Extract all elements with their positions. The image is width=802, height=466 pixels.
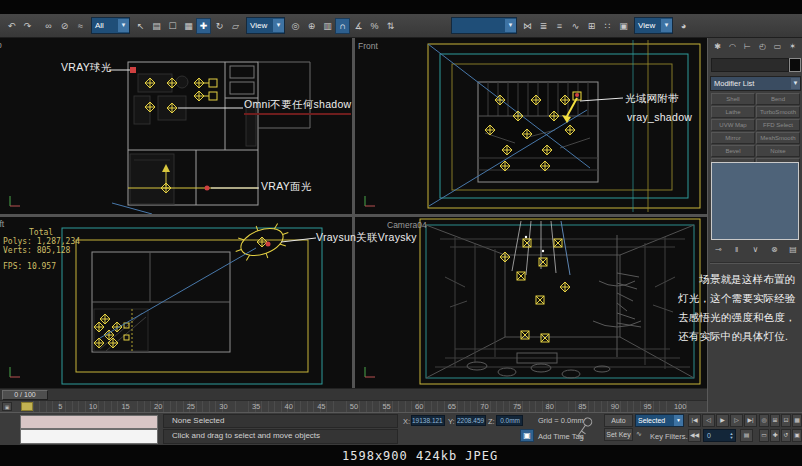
zoom-all-icon[interactable]: ⊞ [770, 414, 780, 427]
region-zoom-icon[interactable]: ▭ [759, 429, 769, 442]
selection-set-dropdown[interactable]: Selected ▼ [635, 414, 684, 427]
reference-coordinate-dropdown[interactable]: View ▼ [246, 17, 285, 34]
pan-icon[interactable]: ✚ [770, 429, 780, 442]
select-and-rotate-icon[interactable]: ↻ [212, 18, 227, 34]
arc-rotate-icon[interactable]: ↺ [781, 429, 791, 442]
modifier-button[interactable]: Noise [756, 145, 800, 157]
make-unique-icon[interactable]: ∨ [749, 243, 763, 256]
use-pivot-point-icon[interactable]: ◎ [288, 18, 303, 34]
modifier-button[interactable]: Bevel [711, 145, 755, 157]
z-coordinate-field[interactable]: 0.0mm [496, 415, 523, 426]
chevron-down-icon[interactable]: ▼ [791, 78, 800, 89]
frame-spinner[interactable]: ▲▼ [728, 432, 735, 440]
window-crossing-icon[interactable]: ▦ [181, 18, 196, 34]
tab-utilities-icon[interactable]: ✶ [786, 40, 799, 53]
tab-display-icon[interactable]: ▭ [771, 40, 784, 53]
modifier-stack-list[interactable] [711, 162, 799, 240]
layer-manager-icon[interactable]: ≡ [552, 18, 567, 34]
previous-frame-icon[interactable]: ◁ [702, 414, 715, 427]
y-coordinate-field[interactable]: 2208.459 [456, 415, 486, 426]
modifier-button[interactable]: FFD Select [756, 119, 800, 131]
chevron-down-icon[interactable]: ▼ [661, 19, 672, 32]
selection-lock-toggle[interactable]: ▣ [520, 429, 534, 442]
viewport-front-label[interactable]: Front [358, 41, 378, 51]
render-setup-icon[interactable]: ▣ [616, 18, 631, 34]
remove-modifier-icon[interactable]: ⊗ [767, 243, 781, 256]
angle-snap-icon[interactable]: ∡ [351, 18, 366, 34]
object-name-field[interactable] [711, 58, 789, 72]
chevron-down-icon[interactable]: ▼ [674, 415, 683, 426]
go-to-end-icon[interactable]: ▶| [744, 414, 757, 427]
zoom-extents-icon[interactable]: ⊡ [781, 414, 791, 427]
zoom-extents-all-icon[interactable]: ▦ [792, 414, 802, 427]
tab-hierarchy-icon[interactable]: ⊢ [741, 40, 754, 53]
chevron-down-icon[interactable]: ▼ [505, 19, 516, 32]
select-and-manipulate-icon[interactable]: ⊕ [304, 18, 319, 34]
chevron-down-icon[interactable]: ▼ [273, 19, 284, 32]
tab-motion-icon[interactable]: ◴ [756, 40, 769, 53]
go-to-start-icon[interactable]: |◀ [688, 414, 701, 427]
show-end-result-icon[interactable]: ‖ [730, 243, 744, 256]
time-slider[interactable]: 0 / 100 [0, 388, 707, 400]
render-view-dropdown[interactable]: View ▼ [634, 17, 673, 34]
viewport-front[interactable]: Front [355, 38, 707, 214]
track-bar[interactable]: ▣ 51015202530354045505560657075808590951… [0, 400, 707, 412]
viewport-top-label[interactable]: Top [0, 40, 2, 50]
maximize-viewport-toggle-icon[interactable]: ▣ [792, 429, 802, 442]
named-selection-dropdown[interactable]: ▼ [451, 17, 517, 34]
undo-icon[interactable]: ↶ [4, 18, 19, 34]
modifier-button[interactable]: Shell [711, 93, 755, 105]
select-and-link-icon[interactable]: ∞ [41, 18, 56, 34]
current-frame-marker[interactable] [21, 402, 33, 411]
maxscript-mini-listener-pink[interactable] [20, 415, 158, 429]
select-and-scale-icon[interactable]: ▱ [228, 18, 243, 34]
x-coordinate-field[interactable]: 19138.121 [411, 415, 445, 426]
rectangular-selection-region-icon[interactable]: ☐ [165, 18, 180, 34]
key-filters-button[interactable]: Key Filters... [650, 432, 692, 441]
key-mode-toggle-icon[interactable]: ◀◀ [688, 429, 701, 442]
select-and-move-icon[interactable]: ✚ [196, 18, 211, 34]
configure-modifier-sets-icon[interactable]: ▤ [786, 243, 800, 256]
auto-key-button[interactable]: Auto Key [604, 414, 633, 427]
modifier-button[interactable]: MeshSmooth [756, 132, 800, 144]
set-key-button[interactable]: Set Key [604, 428, 633, 441]
percent-snap-icon[interactable]: % [367, 18, 382, 34]
selection-filter-dropdown[interactable]: All ▼ [91, 17, 130, 34]
track-bar-filter-icon[interactable]: ▣ [2, 402, 12, 411]
mirror-icon[interactable]: ⋈ [520, 18, 535, 34]
modifier-button[interactable]: TurboSmooth [756, 106, 800, 118]
time-slider-handle[interactable]: 0 / 100 [2, 390, 48, 400]
spinner-snap-icon[interactable]: ⇅ [383, 18, 398, 34]
zoom-icon[interactable]: ◎ [759, 414, 769, 427]
pin-stack-icon[interactable]: ⊸ [711, 243, 725, 256]
modifier-button[interactable]: Lathe [711, 106, 755, 118]
object-color-swatch[interactable] [789, 58, 801, 72]
modifier-button[interactable]: UVW Map [711, 119, 755, 131]
maxscript-mini-listener-white[interactable] [20, 429, 158, 444]
align-icon[interactable]: ≣ [536, 18, 551, 34]
unlink-selection-icon[interactable]: ⊘ [57, 18, 72, 34]
play-icon[interactable]: ▶ [716, 414, 729, 427]
open-listener-icon[interactable]: ▤ [740, 429, 753, 442]
material-editor-icon[interactable]: ∷ [600, 18, 615, 34]
select-by-name-icon[interactable]: ▤ [149, 18, 164, 34]
chevron-down-icon[interactable]: ▼ [118, 19, 129, 32]
viewport-camera-label[interactable]: Camera04 [387, 220, 427, 230]
viewport-left[interactable]: Left Total Polys: 1,287,234 Verts: 805,1… [0, 217, 352, 388]
next-frame-icon[interactable]: ▷ [730, 414, 743, 427]
redo-icon[interactable]: ↷ [20, 18, 35, 34]
select-object-icon[interactable]: ↖ [133, 18, 148, 34]
modifier-list-dropdown[interactable]: Modifier List ▼ [710, 76, 801, 91]
tab-mod-icon[interactable]: ◠ [726, 40, 739, 53]
set-key-filters-curve-icon[interactable]: ∿ [636, 430, 646, 438]
bind-to-space-warp-icon[interactable]: ≈ [73, 18, 88, 34]
current-frame-field[interactable]: 0 ▲▼ [703, 429, 736, 442]
tab-create-icon[interactable]: ✱ [711, 40, 724, 53]
snap-toggle-3d-icon[interactable]: ∩ [335, 18, 350, 34]
modifier-button[interactable]: Mirror [711, 132, 755, 144]
curve-editor-icon[interactable]: ∿ [568, 18, 583, 34]
render-production-icon[interactable]: ◕ [676, 18, 691, 34]
schematic-view-icon[interactable]: ⊞ [584, 18, 599, 34]
keyboard-shortcut-override-icon[interactable]: ▥ [320, 18, 335, 34]
modifier-button[interactable]: Bend [756, 93, 800, 105]
